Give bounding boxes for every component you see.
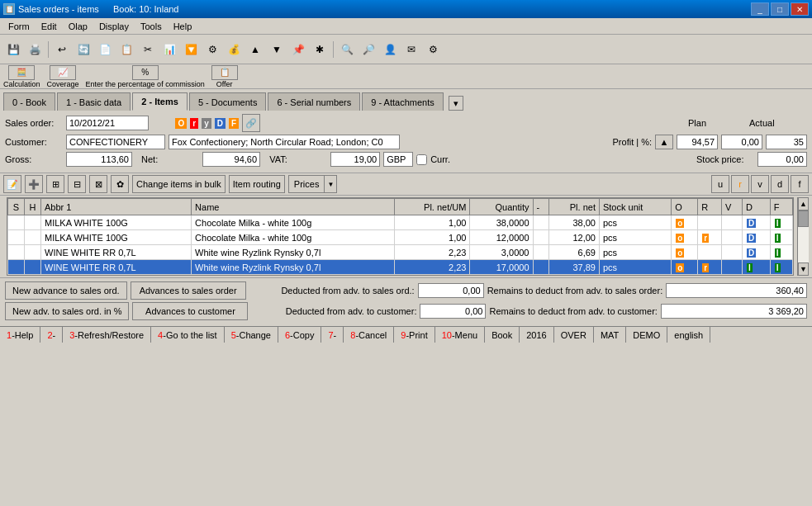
advances-to-customer-button[interactable]: Advances to customer (132, 302, 248, 320)
search3-icon[interactable]: 👤 (380, 40, 400, 59)
tool11[interactable]: 📌 (288, 40, 308, 59)
customer-detail-input[interactable] (169, 135, 400, 149)
stock-price-input[interactable] (757, 152, 807, 167)
cell-s (8, 245, 25, 260)
minimize-button[interactable]: _ (751, 2, 769, 16)
new-icon[interactable]: 📄 (95, 40, 115, 59)
menu-help[interactable]: Help (169, 21, 197, 32)
scroll-down-icon[interactable]: ▼ (798, 262, 809, 276)
search-icon[interactable]: 🔍 (337, 40, 357, 59)
customer-input[interactable] (66, 135, 165, 149)
tool5[interactable]: 📊 (159, 40, 179, 59)
table-row[interactable]: MILKA WHITE 100G Chocolate Milka - white… (8, 230, 793, 245)
change-items-bulk-button[interactable]: Change items in bulk (132, 175, 226, 193)
filter-icon[interactable]: 🔽 (181, 40, 201, 59)
grid-expand-icon[interactable]: ⊞ (46, 175, 64, 193)
remains-adv-input[interactable] (666, 283, 807, 298)
settings-icon[interactable]: ⚙ (423, 40, 443, 59)
status-f1[interactable]: 1-Help (0, 327, 40, 343)
profit-actual-input1[interactable] (721, 135, 762, 149)
status-f6[interactable]: 6-Copy (278, 327, 321, 343)
tab-documents[interactable]: 5 - Documents (189, 92, 267, 111)
status-f8[interactable]: 8-Cancel (344, 327, 394, 343)
table-row[interactable]: WINE WHITE RR 0,7L White wine Ryzlink Ry… (8, 245, 793, 260)
prices-arrow-icon[interactable]: ▼ (324, 175, 337, 193)
grid-add-icon[interactable]: ➕ (25, 175, 43, 193)
tab-basic-data[interactable]: 1 - Basic data (57, 92, 131, 111)
tab-book[interactable]: 0 - Book (3, 92, 55, 111)
tool12[interactable]: ✱ (310, 40, 330, 59)
status-f5[interactable]: 5-Change (225, 327, 278, 343)
status-f7[interactable]: 7- (321, 327, 344, 343)
delete-icon[interactable]: ✂ (138, 40, 158, 59)
percentage-button[interactable]: % Enter the percentage of commission (86, 65, 205, 88)
remains-cust-input[interactable] (661, 304, 807, 319)
grid-expand2-icon[interactable]: ⊟ (68, 175, 86, 193)
prices-button[interactable]: Prices (288, 175, 325, 193)
scroll-up-icon[interactable]: ▲ (798, 197, 809, 210)
deducted-adv-input[interactable] (418, 283, 484, 298)
gross-input[interactable] (66, 152, 132, 167)
menu-olap[interactable]: Olap (64, 21, 93, 32)
vertical-scrollbar[interactable]: ▲ ▼ (797, 197, 809, 276)
status-f2[interactable]: 2- (40, 327, 63, 343)
flag-r[interactable]: r (731, 175, 749, 193)
table-row-selected[interactable]: WINE WHITE RR 0,7L White wine Ryzlink Ry… (8, 260, 793, 275)
menu-display[interactable]: Display (94, 21, 134, 32)
undo-icon[interactable]: ↩ (52, 40, 72, 59)
offer-button[interactable]: 📋 Offer (211, 65, 238, 88)
copy-icon[interactable]: 📋 (116, 40, 136, 59)
menu-edit[interactable]: Edit (36, 21, 62, 32)
profit-actual-input2[interactable] (766, 135, 807, 149)
vat-input[interactable] (330, 152, 380, 167)
calculation-button[interactable]: 🧮 Calculation (3, 65, 40, 88)
grid-new-icon[interactable]: 📝 (3, 175, 21, 193)
tab-items[interactable]: 2 - Items (132, 92, 188, 111)
tool9[interactable]: ▲ (245, 40, 265, 59)
tool10[interactable]: ▼ (267, 40, 287, 59)
table-row[interactable]: MILKA WHITE 100G Chocolate Milka - white… (8, 215, 793, 230)
status-f4[interactable]: 4-Go to the list (151, 327, 225, 343)
menu-form[interactable]: Form (3, 21, 35, 32)
tool7[interactable]: ⚙ (202, 40, 222, 59)
new-adv-pct-button[interactable]: New adv. to sales ord. in % (5, 302, 129, 320)
flag-v[interactable]: v (751, 175, 769, 193)
save-icon[interactable]: 💾 (3, 40, 23, 59)
action-bar: 🧮 Calculation 📈 Coverage % Enter the per… (0, 64, 812, 89)
print-icon[interactable]: 🖨️ (25, 40, 45, 59)
status-f10[interactable]: 10-Menu (435, 327, 485, 343)
scroll-thumb[interactable] (798, 210, 809, 227)
grid-special-icon[interactable]: ✿ (111, 175, 129, 193)
profit-up-icon[interactable]: ▲ (655, 135, 673, 149)
maximize-button[interactable]: □ (771, 2, 789, 16)
sales-order-input[interactable] (66, 116, 149, 130)
grid-filter-icon[interactable]: ⊠ (89, 175, 107, 193)
coverage-button[interactable]: 📈 Coverage (47, 65, 79, 88)
menu-tools[interactable]: Tools (135, 21, 167, 32)
status-f9[interactable]: 9-Print (394, 327, 434, 343)
tool8[interactable]: 💰 (224, 40, 244, 59)
flag-d[interactable]: d (771, 175, 789, 193)
item-routing-button[interactable]: Item routing (229, 175, 285, 193)
net-input[interactable] (202, 152, 260, 167)
cell-h (25, 260, 41, 275)
tab-serial-numbers[interactable]: 6 - Serial numbers (268, 92, 360, 111)
flag-f[interactable]: f (791, 175, 809, 193)
new-advance-button[interactable]: New advance to sales ord. (5, 281, 127, 300)
tab-attachments[interactable]: 9 - Attachments (362, 92, 443, 111)
advances-to-sales-button[interactable]: Advances to sales order (131, 281, 246, 300)
status-f3[interactable]: 3-Refresh/Restore (63, 327, 151, 343)
currency-input[interactable] (383, 152, 413, 167)
curr-checkbox[interactable] (416, 154, 427, 165)
deducted-cust-input[interactable] (420, 304, 486, 319)
status-over: OVER (554, 327, 594, 343)
profit-plan-input[interactable] (677, 135, 718, 149)
refresh-icon[interactable]: 🔄 (74, 40, 93, 59)
cell-r: r (698, 230, 722, 245)
flag-u[interactable]: u (711, 175, 729, 193)
search2-icon[interactable]: 🔎 (359, 40, 378, 59)
link-icon[interactable]: 🔗 (242, 114, 260, 132)
close-button[interactable]: ✕ (791, 2, 809, 16)
email-icon[interactable]: ✉ (401, 40, 421, 59)
more-tabs-button[interactable]: ▾ (449, 96, 463, 111)
